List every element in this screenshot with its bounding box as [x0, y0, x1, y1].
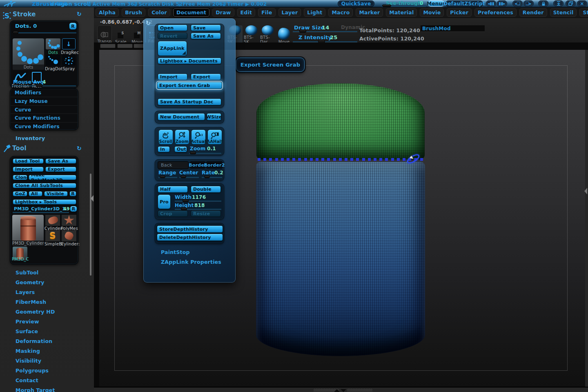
stroke-picker-knob[interactable] [13, 31, 18, 34]
stroke-thumb-dots-small[interactable] [46, 38, 60, 49]
tool-section-geometry-hd[interactable]: Geometry HD [16, 309, 55, 315]
minimize-icon[interactable] [553, 0, 564, 7]
export-button[interactable]: Export [45, 167, 76, 172]
doc-export-screen-grab-button[interactable]: Export Screen Grab [157, 82, 222, 89]
tool-refresh-icon[interactable]: ↻ [77, 145, 82, 151]
clone-button[interactable]: Clone [13, 175, 27, 180]
tray-expand-up-arrow[interactable] [334, 389, 340, 392]
tool-section-morph-target[interactable]: Morph Target [16, 387, 55, 392]
doc-center-knob[interactable] [180, 176, 186, 178]
doc-back-button[interactable]: Back [158, 161, 189, 169]
restore-icon[interactable] [566, 0, 576, 7]
doc-import-button[interactable]: Import [158, 74, 187, 80]
doc-revert-button[interactable]: Revert [158, 33, 187, 39]
tool-thumb-simplebrush[interactable]: S [45, 230, 60, 241]
cycle-ui-right-icon[interactable]: ❏▸ [523, 0, 534, 7]
close-icon[interactable]: × [577, 0, 587, 7]
tool-section-visibility[interactable]: Visibility [16, 358, 41, 364]
tool-section-masking[interactable]: Masking [16, 348, 40, 354]
load-tool-button[interactable]: Load Tool [13, 158, 44, 164]
menu-movie[interactable]: Movie [420, 8, 444, 17]
menu-macro[interactable]: Macro [328, 8, 353, 17]
doc-open-button[interactable]: Open [158, 24, 187, 31]
tool-section-subtool[interactable]: SubTool [16, 270, 39, 276]
menu-color[interactable]: Color [148, 8, 170, 17]
save-as-button[interactable]: Save As [45, 158, 76, 164]
menu-edit[interactable]: Edit [237, 8, 256, 17]
menu-material[interactable]: Material [386, 8, 417, 17]
menu-stencil[interactable]: Stencil [550, 8, 577, 17]
expand-left-tray-icon[interactable]: ▮▮▸ [497, 0, 507, 7]
doc-crop-button[interactable]: Crop [158, 210, 188, 217]
tool-section-fibermesh[interactable]: FiberMesh [16, 299, 46, 305]
stroke-thumb-spray[interactable] [62, 55, 76, 66]
menu-layer[interactable]: Layer [278, 8, 301, 17]
doc-new-document-button[interactable]: New Document [158, 113, 205, 120]
doc-half-button[interactable]: Half [158, 186, 188, 193]
doc-wsize-button[interactable]: WSize [207, 113, 221, 120]
doc-paintstop-item[interactable]: PaintStop [161, 249, 190, 255]
section-lazy-mouse[interactable]: Lazy Mouse [10, 97, 78, 105]
draw-size-knob[interactable] [299, 30, 306, 33]
tool-section-geometry[interactable]: Geometry [16, 279, 45, 285]
strip-segment[interactable] [117, 44, 133, 48]
tool-section-surface[interactable]: Surface [16, 328, 38, 334]
scale-button[interactable]: S Scale [114, 25, 128, 44]
move-gyro-button[interactable]: M Move [130, 25, 145, 44]
doc-border2-button[interactable]: Border2 [206, 161, 223, 169]
menu-stroke[interactable]: Stroke [579, 8, 588, 17]
strip-segment[interactable] [134, 44, 144, 48]
doc-zoom-in-button[interactable]: In [158, 146, 170, 152]
import-button[interactable]: Import [13, 167, 44, 172]
goz-visible-button[interactable]: Visible [44, 191, 68, 196]
doc-scroll-button[interactable]: Scroll [158, 129, 173, 145]
doc-resize-button[interactable]: Resize [191, 210, 221, 217]
tool-section-polygroups[interactable]: Polygroups [16, 368, 49, 374]
doc-lightbox-documents-button[interactable]: Lightbox ▸ Documents [158, 58, 221, 64]
tray-collapse-down-arrow[interactable] [341, 389, 346, 392]
menu-picker[interactable]: Picker [447, 8, 472, 17]
current-tool-slider[interactable] [13, 212, 69, 213]
default-zscript-button[interactable]: DefaultZScript [445, 0, 483, 7]
make-polymesh3d-button[interactable]: Make PolyMesh3D [29, 175, 76, 180]
stroke-thumb-dragdot[interactable] [46, 55, 60, 66]
stroke-thumb-dots-large[interactable]: Dots [13, 38, 44, 70]
doc-save-as-button[interactable]: Save As [191, 33, 221, 39]
doc-rate-knob[interactable] [204, 176, 210, 178]
shrink-left-tray-icon[interactable]: ◂▮▮ [486, 0, 496, 7]
doc-range-knob[interactable] [160, 176, 165, 178]
doc-zoom-button[interactable]: Zoom [175, 129, 189, 145]
tool-section-preview[interactable]: Preview [16, 318, 39, 325]
doc-zoom-out-button[interactable]: Out [174, 146, 187, 152]
menu-alpha[interactable]: Alpha [96, 8, 119, 17]
tool-panel-title[interactable]: Tool [12, 145, 27, 152]
doc-export-button[interactable]: Export [191, 74, 221, 80]
menu-light[interactable]: Light [304, 8, 325, 17]
tool-thumb-polymesh-star[interactable] [62, 215, 76, 226]
doc-actual-button[interactable]: x1 Actual [191, 129, 206, 145]
doc-width-slider[interactable] [175, 200, 221, 201]
menu-brush[interactable]: Brush [122, 8, 145, 17]
z-intensity-slider[interactable] [293, 41, 357, 42]
doc-save-startup-button[interactable]: Save As Startup Doc [158, 98, 221, 105]
transp-button[interactable]: Transp [97, 25, 112, 44]
clone-all-subtools-button[interactable]: Clone All SubTools [13, 183, 76, 188]
section-inventory[interactable]: Inventory [16, 135, 45, 141]
document-menu-refresh-icon[interactable]: ↻ [146, 20, 151, 26]
doc-aahalf-button[interactable]: AAHalf [207, 129, 222, 145]
doc-zoom-knob[interactable] [190, 151, 196, 154]
menu-preferences[interactable]: Preferences [474, 8, 517, 17]
tool-thumb-current-large[interactable]: PM3D_Cylinder3 [12, 215, 44, 246]
goz-r-button[interactable]: R [69, 191, 76, 196]
doc-width-knob[interactable] [183, 199, 189, 202]
tool-thumb-cylinder2[interactable] [62, 230, 76, 241]
doc-border-button[interactable]: Border [190, 161, 205, 169]
strip-segment[interactable] [100, 44, 116, 48]
doc-height-knob[interactable] [181, 207, 187, 210]
current-tool-r-button[interactable]: R [70, 206, 77, 212]
lightbox-tools-button[interactable]: Lightbox ▸ Tools [13, 199, 76, 205]
brush-bts-dar-button[interactable]: BTS-Dar [260, 25, 275, 44]
menu-render[interactable]: Render [519, 8, 547, 17]
tool-section-deformation[interactable]: Deformation [16, 338, 52, 344]
menu-file[interactable]: File [258, 8, 275, 17]
